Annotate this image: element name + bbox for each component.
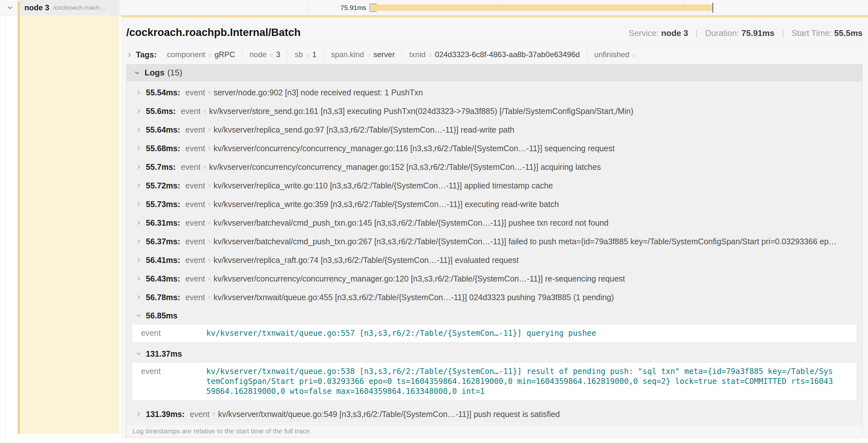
span-service-name: node 3 [24,3,49,12]
tag-value: 024d3323-6c8f-4863-aa8b-37ab0e63496d [435,49,580,60]
log-field-value: kv/kvserver/concurrency/concurrency_mana… [214,144,615,153]
log-timestamp: 56.43ms: [146,274,180,283]
logs-footer-note: Log timestamps are relative to the start… [127,425,862,437]
log-row-collapsed[interactable]: 55.73ms:event=kv/kvserver/replica_write.… [127,195,862,213]
log-field-name: event [181,163,200,172]
equals-sign: = [429,50,432,61]
log-field-name: event [185,274,205,283]
tag-value: 1 [312,49,316,60]
span-end-tick [713,3,713,13]
chevron-right-icon [135,238,142,245]
tags-accordion-toggle[interactable]: Tags: [126,50,160,59]
log-row-collapsed[interactable]: 56.43ms:event=kv/kvserver/concurrency/co… [127,269,862,288]
chevron-right-icon [135,89,142,96]
log-row-collapsed[interactable]: 55.64ms:event=kv/kvserver/replica_send.g… [127,121,862,139]
tag-key: span.kind [331,49,364,60]
chevron-right-icon [135,145,142,151]
log-field-name: event [181,107,200,116]
equals-sign: = [208,201,211,208]
equals-sign: = [208,50,212,61]
tag-item: sb=1 [288,49,324,61]
log-field-value: kv/kvserver/concurrency/concurrency_mana… [214,274,625,283]
log-field-name: event [137,329,206,338]
equals-sign: = [212,411,216,418]
log-row-collapsed[interactable]: 56.31ms:event=kv/kvserver/batcheval/cmd_… [127,213,862,232]
start-time-label: Start Time: [792,28,832,38]
log-field-value: kv/kvserver/txnwait/queue.go:549 [n3,s3,… [218,410,560,419]
log-field-value: kv/kvserver/concurrency/concurrency_mana… [209,163,601,172]
tags-row: Tags: component=gRPCnode=3sb=1span.kind=… [126,45,863,64]
log-value-line: 59864.162819000,0 wto=false max=16043598… [206,386,833,397]
log-field-value: kv/kvserver/replica_write.go:110 [n3,s3,… [214,181,553,190]
equals-sign: = [306,50,309,61]
chevron-down-icon [135,312,142,319]
span-detail-header: /cockroach.roachpb.Internal/Batch Servic… [126,17,863,45]
logs-accordion-header[interactable]: Logs (15) [127,65,862,81]
tags-label: Tags: [136,50,157,59]
equals-sign: = [270,50,273,61]
log-field-name: event [137,367,206,397]
chevron-down-icon [134,69,141,76]
chevron-right-icon [135,411,142,417]
log-value-line: kv/kvserver/txnwait/queue.go:538 [n3,s3,… [206,367,833,377]
span-name-tab[interactable]: node 3 /cockroach.roach… [20,0,120,15]
log-field-value: server/node.go:902 [n3] node received re… [214,88,423,97]
tag-item: unfinished= [587,49,646,61]
duration-label: Duration: [705,28,739,38]
log-entry-expanded: 56.85mseventkv/kvserver/txnwait/queue.go… [127,308,862,343]
log-row-collapsed[interactable]: 55.72ms:event=kv/kvserver/replica_write.… [127,176,862,195]
tag-key: unfinished [594,49,629,60]
collapse-span-chevron[interactable] [6,4,13,12]
log-field-value: kv/kvserver/replica_raft.go:74 [n3,s3,r6… [214,255,519,265]
tag-item: txnid=024d3323-6c8f-4863-aa8b-37ab0e6349… [402,49,587,61]
start-time-value: 55.5ms [834,28,863,38]
logs-body: 55.54ms:event=server/node.go:902 [n3] no… [127,81,862,423]
log-row-collapsed[interactable]: 55.54ms:event=server/node.go:902 [n3] no… [127,83,862,102]
left-gutter-divider [5,0,6,443]
log-field-name: event [185,144,205,153]
logs-title: Logs [145,68,164,78]
log-field-name: event [185,218,205,228]
chevron-right-icon [135,294,142,301]
log-field-value: kv/kvserver/txnwait/queue.go:557 [n3,s3,… [206,329,596,338]
selected-span-color-bar [18,1,20,434]
log-field-value: kv/kvserver/replica_send.go:97 [n3,s3,r6… [214,125,514,135]
log-field-name: event [185,181,205,190]
timeline-gridline [307,0,307,15]
log-row-expanded-header[interactable]: 131.37ms [127,347,862,361]
span-meta: Service: node 3 | Duration: 75.91ms | St… [629,28,863,38]
trace-span-detail-screen: node 3 /cockroach.roach… 75.91ms /cockro… [0,0,868,443]
log-row-collapsed[interactable]: 56.78ms:event=kv/kvserver/txnwait/queue.… [127,288,862,307]
log-field-name: event [185,293,205,302]
log-field-value: kv/kvserver/batcheval/cmd_push_txn.go:14… [214,218,609,228]
equals-sign: = [208,145,211,152]
chevron-right-icon [135,257,142,263]
service-value: node 3 [661,28,688,38]
span-duration-bar[interactable] [371,4,713,11]
log-field-name: event [185,200,205,209]
chevron-right-icon [135,201,142,207]
equals-sign: = [208,257,211,264]
log-field-value: kv/kvserver/txnwait/queue.go:538 [n3,s3,… [206,367,833,397]
selected-span-row-highlight [20,15,120,434]
equals-sign: = [367,50,370,61]
log-row-collapsed[interactable]: 56.41ms:event=kv/kvserver/replica_raft.g… [127,251,862,269]
log-row-collapsed[interactable]: 55.68ms:event=kv/kvserver/concurrency/co… [127,139,862,158]
log-timestamp: 55.6ms: [146,107,176,116]
log-row-collapsed[interactable]: 131.39ms:event=kv/kvserver/txnwait/queue… [127,405,862,423]
log-detail-card: eventkv/kvserver/txnwait/queue.go:538 [n… [132,362,857,401]
log-timestamp: 55.7ms: [146,163,176,172]
tag-item: span.kind=server [324,49,402,61]
equals-sign: = [208,127,211,133]
span-operation-title: /cockroach.roachpb.Internal/Batch [126,26,301,38]
log-row-expanded-header[interactable]: 56.85ms [127,308,862,322]
log-row-collapsed[interactable]: 56.37ms:event=kv/kvserver/batcheval/cmd_… [127,232,862,251]
span-duration-label: 75.91ms [321,0,366,15]
equals-sign: = [208,219,211,226]
log-row-collapsed[interactable]: 55.6ms:event=kv/kvserver/store_send.go:1… [127,102,862,121]
log-value-line: kv/kvserver/txnwait/queue.go:557 [n3,s3,… [206,329,596,338]
log-timestamp: 55.68ms: [146,144,180,153]
log-timestamp: 56.78ms: [146,293,180,302]
log-row-collapsed[interactable]: 55.7ms:event=kv/kvserver/concurrency/con… [127,158,862,176]
log-detail-card: eventkv/kvserver/txnwait/queue.go:557 [n… [132,324,857,343]
